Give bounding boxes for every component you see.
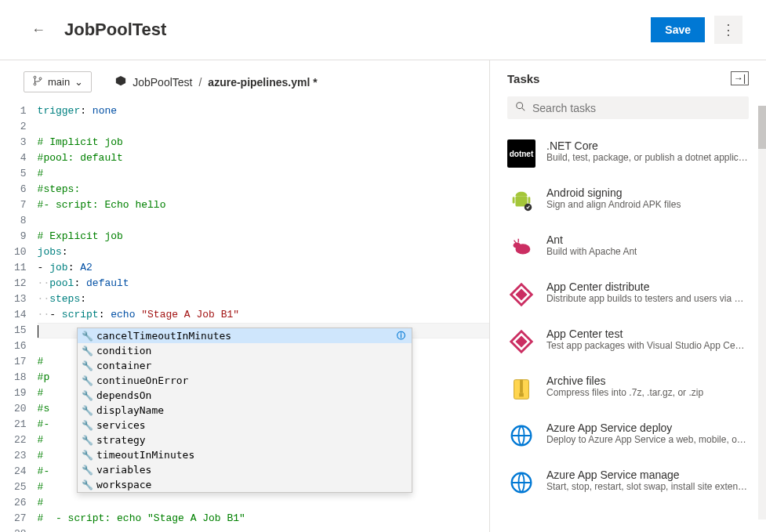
task-item[interactable]: App Center testTest app packages with Vi… — [507, 318, 749, 365]
task-item[interactable]: Azure App Service deployDeploy to Azure … — [507, 412, 749, 459]
autocomplete-item[interactable]: 🔧container — [78, 358, 412, 373]
wrench-icon: 🔧 — [81, 328, 93, 344]
task-desc: Compress files into .7z, .tar.gz, or .zi… — [546, 387, 703, 398]
line-number: 5 — [14, 166, 27, 182]
task-title: Azure App Service manage — [546, 469, 749, 481]
line-number: 20 — [14, 401, 27, 417]
svg-rect-9 — [528, 197, 531, 204]
line-number: 27 — [14, 511, 27, 527]
autocomplete-item[interactable]: 🔧displayName — [78, 403, 412, 418]
autocomplete-popup[interactable]: 🔧cancelTimeoutInMinutesⓘ🔧condition🔧conta… — [77, 328, 412, 493]
task-desc: Sign and align Android APK files — [546, 199, 681, 210]
code-line[interactable]: trigger: none — [38, 103, 489, 119]
line-number: 25 — [14, 480, 27, 495]
branch-selector[interactable]: main ⌄ — [24, 71, 92, 92]
autocomplete-item[interactable]: 🔧workspace — [78, 477, 412, 492]
code-line[interactable] — [38, 213, 489, 229]
repo-icon — [115, 75, 126, 89]
code-line[interactable]: ··steps: — [38, 291, 489, 307]
autocomplete-item[interactable]: 🔧continueOnError — [78, 373, 412, 388]
autocomplete-label: timeoutInMinutes — [96, 447, 408, 463]
code-line[interactable]: # Implicit job — [38, 135, 489, 150]
save-button[interactable]: Save — [651, 17, 705, 42]
svg-point-1 — [34, 83, 36, 85]
autocomplete-item[interactable]: 🔧services — [78, 418, 412, 432]
task-title: Android signing — [546, 186, 681, 199]
breadcrumb-separator: / — [198, 76, 201, 89]
code-line[interactable]: # — [38, 166, 489, 182]
task-item[interactable]: Archive filesCompress files into .7z, .t… — [507, 365, 749, 412]
code-line[interactable]: #- script: Echo hello — [38, 197, 489, 213]
line-number: 4 — [14, 150, 27, 166]
code-line[interactable]: #pool: default — [38, 150, 489, 166]
svg-rect-16 — [520, 380, 523, 393]
autocomplete-label: displayName — [96, 403, 408, 418]
azure-icon — [507, 422, 535, 450]
autocomplete-label: cancelTimeoutInMinutes — [96, 328, 397, 344]
tasks-collapse-icon[interactable]: →| — [731, 71, 749, 85]
tasks-scrollbar-track[interactable] — [758, 106, 766, 519]
page-title: JobPoolTest — [64, 20, 651, 40]
line-number: 11 — [14, 260, 27, 276]
wrench-icon: 🔧 — [81, 388, 93, 404]
autocomplete-item[interactable]: 🔧variables — [78, 462, 412, 477]
autocomplete-label: dependsOn — [96, 388, 408, 404]
autocomplete-label: continueOnError — [96, 373, 408, 389]
task-item[interactable]: dotnet.NET CoreBuild, test, package, or … — [507, 130, 749, 177]
line-number: 2 — [14, 119, 27, 135]
task-desc: Deploy to Azure App Service a web, mobil… — [546, 434, 749, 445]
wrench-icon: 🔧 — [81, 403, 93, 418]
svg-point-12 — [514, 242, 521, 248]
autocomplete-item[interactable]: 🔧strategy — [78, 432, 412, 447]
line-number: 1 — [14, 103, 27, 119]
line-number: 13 — [14, 291, 27, 307]
code-line[interactable]: # - script: echo "Stage A Job B1" — [38, 511, 489, 527]
line-number: 8 — [14, 213, 27, 229]
code-line[interactable]: # — [38, 495, 489, 511]
more-button[interactable]: ⋮ — [714, 16, 742, 44]
code-line[interactable]: ··- script: echo "Stage A Job B1" — [38, 307, 489, 323]
tasks-search[interactable] — [507, 96, 749, 119]
autocomplete-item[interactable]: 🔧condition — [78, 343, 412, 358]
task-item[interactable]: Android signingSign and align Android AP… — [507, 177, 749, 224]
line-number: 3 — [14, 135, 27, 150]
wrench-icon: 🔧 — [81, 358, 93, 374]
autocomplete-item[interactable]: 🔧cancelTimeoutInMinutesⓘ — [78, 328, 412, 343]
task-title: Ant — [546, 233, 637, 246]
task-desc: Build, test, package, or publish a dotne… — [546, 152, 749, 163]
line-number: 6 — [14, 182, 27, 197]
autocomplete-item[interactable]: 🔧timeoutInMinutes — [78, 447, 412, 462]
line-number: 21 — [14, 417, 27, 432]
autocomplete-label: workspace — [96, 477, 408, 493]
task-item[interactable]: App Center distributeDistribute app buil… — [507, 271, 749, 318]
task-item[interactable]: Azure App Service manageStart, stop, res… — [507, 459, 749, 506]
code-editor[interactable]: 1234567891011121314151617181920212223242… — [0, 103, 489, 532]
line-number: 17 — [14, 354, 27, 370]
breadcrumb-repo[interactable]: JobPoolTest — [133, 76, 192, 89]
code-line[interactable] — [38, 119, 489, 135]
tasks-search-input[interactable] — [532, 102, 741, 114]
code-line[interactable] — [38, 527, 489, 532]
search-icon — [515, 101, 526, 114]
code-line[interactable]: # Explicit job — [38, 229, 489, 244]
appcenter-icon — [507, 328, 535, 356]
back-arrow-icon[interactable]: ← — [31, 22, 45, 38]
branch-name: main — [48, 76, 70, 88]
code-line[interactable]: ··pool: default — [38, 276, 489, 291]
line-number: 12 — [14, 276, 27, 291]
wrench-icon: 🔧 — [81, 477, 93, 493]
code-line[interactable]: #steps: — [38, 182, 489, 197]
task-item[interactable]: AntBuild with Apache Ant — [507, 224, 749, 271]
task-title: App Center distribute — [546, 280, 749, 293]
autocomplete-item[interactable]: 🔧dependsOn — [78, 388, 412, 403]
branch-icon — [32, 75, 43, 89]
autocomplete-label: variables — [96, 462, 408, 478]
code-line[interactable]: jobs: — [38, 244, 489, 260]
info-icon[interactable]: ⓘ — [397, 328, 405, 344]
svg-point-2 — [39, 78, 42, 80]
chevron-down-icon: ⌄ — [74, 76, 83, 88]
task-title: .NET Core — [546, 139, 749, 152]
autocomplete-label: container — [96, 358, 408, 374]
code-line[interactable]: - job: A2 — [38, 260, 489, 276]
tasks-scrollbar-thumb[interactable] — [758, 106, 766, 149]
